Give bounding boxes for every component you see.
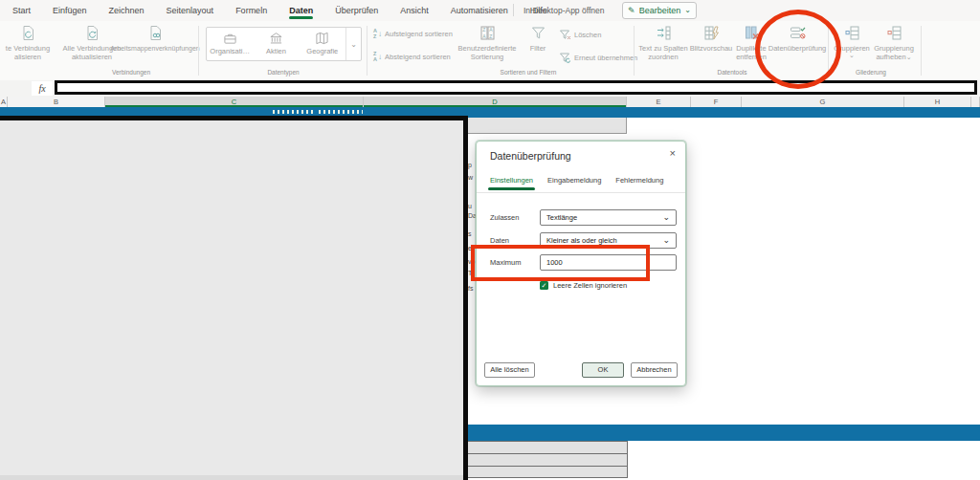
menu-tab-start[interactable]: Start [12,6,31,15]
ribbon-item-label: Löschen [574,31,601,39]
column-header-e[interactable]: E [627,97,691,107]
svg-text:Z: Z [482,27,485,33]
ribbon-group-gliederung: Gruppieren ⌄ Gruppierung aufheben⌄ Glied… [829,21,922,80]
sort-ascending-button[interactable]: AZ↓ Aufsteigend sortieren [373,29,453,39]
ribbon-item-label: Arbeitsmappenverknüpfungen [110,45,199,52]
ribbon-group-sortieren-filtern: AZ↓ Aufsteigend sortieren ZA↓ Absteigend… [368,21,635,80]
column-header-b[interactable]: B [8,97,105,107]
flash-fill-button[interactable]: Blitzvorschau [686,25,736,53]
svg-text:Z: Z [489,33,492,39]
chevron-down-icon: ⌄ [350,40,357,49]
group-divider [921,26,922,76]
ribbon-item-label: Text zu Spalten [638,44,687,53]
ribbon-group-datentypen: Organisati… Aktien Geografie ⌄ Datentype… [201,21,368,80]
formula-bar-row: fx [0,80,980,97]
refresh-connection-icon [20,25,36,41]
text-to-columns-icon [656,25,672,41]
gray-cell-strip [467,118,627,134]
cell-text-fragment: u [468,203,472,209]
menu-tab-formeln[interactable]: Formeln [235,6,267,15]
formula-input[interactable] [55,80,977,95]
ribbon-item-label: aufheben [876,53,905,61]
ribbon-group-verbindungen: te Verbindung alisieren Alle Verbindunge… [0,21,199,80]
ok-button[interactable]: OK [582,362,624,378]
cell-text-fragment: p [468,162,472,168]
data-type-stocks-button[interactable]: Aktien [253,28,299,60]
custom-sort-button[interactable]: ZAAZ Benutzerdefinierte Sortierung [457,25,517,61]
close-icon[interactable]: × [670,147,676,159]
annotation-rectangle-maximum [471,245,650,281]
clear-filter-button[interactable]: Löschen [559,29,601,41]
open-in-desktop-link[interactable]: In Desktop-App öffnen [523,6,604,15]
tab-fehlermeldung[interactable]: Fehlermeldung [615,176,663,190]
group-rows-icon [844,25,860,41]
text-to-columns-button[interactable]: Text zu Spalten zuordnen [636,25,690,61]
ribbon-item-label: aktualisieren [72,53,112,61]
refresh-all-icon [84,25,100,41]
cell-text-fragment: fs [468,285,473,292]
group-divider [198,26,199,76]
cancel-button[interactable]: Abbrechen [631,362,678,378]
menu-tab-seitenlayout[interactable]: Seitenlayout [167,6,214,15]
geography-map-icon [315,32,329,45]
ribbon-item-label: Erneut übernehmen [574,54,637,62]
svg-text:A: A [489,27,493,33]
overlay-bottom-strip [0,475,463,480]
column-header-row: A B C D E F G H [0,97,980,107]
gallery-more-button[interactable]: ⌄ [345,28,361,60]
tab-separator-line [477,192,685,193]
ribbon-item-label: Filter [530,44,546,53]
data-label: Daten [490,236,509,245]
menu-bar: Start Einfügen Zeichnen Seitenlayout For… [0,0,980,21]
menu-tab-ueberpruefen[interactable]: Überprüfen [335,6,378,15]
clear-all-button[interactable]: Alle löschen [484,362,535,378]
sort-descending-icon: ZA↓ [373,52,382,62]
column-header-h[interactable]: H [904,97,971,107]
reapply-filter-button[interactable]: Erneut übernehmen [559,52,637,64]
workbook-links-button[interactable]: Arbeitsmappenverknüpfungen [101,25,209,53]
clear-filter-icon [559,29,571,41]
menu-tab-automatisieren[interactable]: Automatisieren [451,6,508,15]
tab-eingabemeldung[interactable]: Eingabemeldung [547,176,601,190]
menu-tab-einfuegen[interactable]: Einfügen [53,6,87,15]
filter-button[interactable]: Filter [521,25,555,53]
edit-mode-button[interactable]: ✎ Bearbeiten ⌄ [622,2,697,19]
gray-cell-row [467,453,628,467]
menu-tab-ansicht[interactable]: Ansicht [400,6,429,15]
cell-text-fragment: Da [468,212,476,219]
ignore-blank-checkbox-row: ✓ Leere Zellen ignorieren [540,281,627,290]
ungroup-button[interactable]: Gruppierung aufheben⌄ [869,25,919,61]
sort-descending-button[interactable]: ZA↓ Absteigend sortieren [373,52,451,62]
ribbon-item-label: Blitzvorschau [690,44,733,53]
column-header-g[interactable]: G [742,97,904,107]
workbook-links-icon [147,25,164,41]
ribbon-item-label: Sortierung [471,53,504,61]
column-header-a[interactable]: A [0,97,8,107]
checkbox-checked[interactable]: ✓ [540,281,548,290]
data-type-geography-button[interactable]: Geografie [300,28,345,60]
chevron-down-icon: ⌄ [662,233,670,248]
ribbon-item-label: te Verbindung [6,44,50,53]
menu-tab-daten[interactable]: Daten [289,6,313,15]
data-type-organization-button[interactable]: Organisati… [207,28,253,60]
menu-tabs: Start Einfügen Zeichnen Seitenlayout For… [12,0,547,21]
row1-text-fragment [319,110,363,114]
column-header-c[interactable]: C [105,97,364,107]
allow-select[interactable]: Textlänge ⌄ [540,209,677,226]
redaction-overlay-box [0,116,468,480]
column-header-i[interactable] [971,97,980,107]
annotation-circle-data-validation [755,10,841,89]
group-label-verbindungen: Verbindungen [112,69,150,76]
gray-cell-row [467,441,628,454]
custom-sort-icon: ZAAZ [479,25,496,41]
ribbon-item-label: alisieren [14,53,41,61]
tab-einstellungen[interactable]: Einstellungen [490,176,533,190]
column-header-d[interactable]: D [364,97,627,107]
organization-icon [223,32,237,45]
stocks-bank-icon [269,32,283,45]
dialog-title: Datenüberprüfung [490,150,571,162]
ribbon-item-label: Organisati… [210,47,250,55]
menu-tab-zeichnen[interactable]: Zeichnen [109,6,145,15]
chevron-down-icon: ⌄ [684,8,691,13]
column-header-f[interactable]: F [691,97,742,107]
